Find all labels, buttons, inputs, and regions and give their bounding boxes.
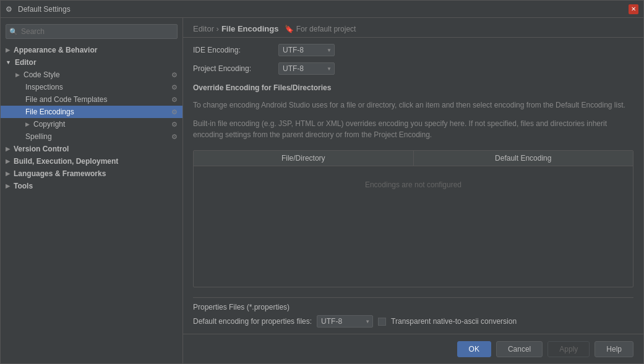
arrow-icon: ▶ bbox=[6, 183, 10, 189]
ide-encoding-dropdown-wrap: UTF-8 UTF-16 ISO-8859-1 bbox=[278, 44, 335, 56]
page-title: File Encodings bbox=[221, 24, 278, 33]
sidebar-item-spelling[interactable]: Spelling ⚙ bbox=[1, 130, 182, 143]
sidebar-item-label: File Encodings bbox=[25, 108, 74, 116]
config-icon: ⚙ bbox=[171, 133, 178, 141]
arrow-icon: ▶ bbox=[15, 72, 20, 78]
table-col-file-dir: File/Directory bbox=[194, 151, 414, 166]
sidebar-item-version-control[interactable]: ▶ Version Control bbox=[1, 143, 182, 155]
sidebar-item-code-style[interactable]: ▶ Code Style ⚙ bbox=[1, 69, 182, 81]
table-body[interactable]: Encodings are not configured bbox=[194, 166, 633, 203]
transparent-label: Transparent native-to-ascii conversion bbox=[391, 317, 517, 326]
sidebar-item-label: Editor bbox=[15, 58, 36, 67]
search-box: 🔍 bbox=[6, 24, 178, 39]
sidebar-item-label: Spelling bbox=[25, 132, 52, 141]
sidebar-item-editor[interactable]: ▼ Editor bbox=[1, 56, 182, 69]
search-input[interactable] bbox=[6, 24, 178, 39]
ide-encoding-row: IDE Encoding: UTF-8 UTF-16 ISO-8859-1 bbox=[193, 44, 633, 56]
ide-encoding-dropdown[interactable]: UTF-8 UTF-16 ISO-8859-1 bbox=[278, 44, 335, 56]
sidebar-item-label: Appearance & Behavior bbox=[14, 46, 97, 54]
arrow-icon: ▼ bbox=[6, 59, 11, 66]
arrow-icon: ▶ bbox=[6, 146, 10, 152]
project-encoding-dropdown[interactable]: UTF-8 UTF-16 ISO-8859-1 bbox=[278, 62, 335, 75]
sidebar-item-label: Tools bbox=[14, 182, 33, 190]
properties-encoding-dropdown[interactable]: UTF-8 UTF-16 ISO-8859-1 bbox=[317, 315, 373, 328]
sidebar-item-languages[interactable]: ▶ Languages & Frameworks bbox=[1, 167, 182, 180]
arrow-icon: ▶ bbox=[6, 158, 10, 164]
sidebar-item-file-encodings[interactable]: File Encodings ⚙ bbox=[1, 106, 182, 118]
transparent-checkbox[interactable] bbox=[378, 318, 386, 326]
sidebar-item-label: Version Control bbox=[14, 145, 69, 153]
sidebar-item-appearance[interactable]: ▶ Appearance & Behavior bbox=[1, 44, 182, 56]
project-badge: 🔖 For default project bbox=[285, 25, 356, 33]
sidebar-item-label: Copyright bbox=[33, 120, 65, 129]
sidebar-item-file-code-templates[interactable]: File and Code Templates ⚙ bbox=[1, 93, 182, 106]
config-icon: ⚙ bbox=[171, 96, 178, 104]
sidebar-item-label: File and Code Templates bbox=[25, 95, 108, 104]
sidebar-item-label: Inspections bbox=[25, 83, 63, 91]
search-icon: 🔍 bbox=[9, 28, 18, 36]
encodings-table: File/Directory Default Encoding Encoding… bbox=[193, 150, 633, 287]
override-info1: To change encoding Android Studio uses f… bbox=[193, 99, 633, 111]
panel-body: IDE Encoding: UTF-8 UTF-16 ISO-8859-1 Pr… bbox=[183, 38, 643, 334]
title-bar-left: ⚙ Default Settings bbox=[6, 5, 71, 14]
sidebar-item-inspections[interactable]: Inspections ⚙ bbox=[1, 81, 182, 93]
sidebar-item-copyright[interactable]: ▶ Copyright ⚙ bbox=[1, 118, 182, 130]
table-empty-message: Encodings are not configured bbox=[365, 180, 462, 189]
panel-header: Editor › File Encodings 🔖 For default pr… bbox=[183, 18, 643, 38]
sidebar-item-label: Build, Execution, Deployment bbox=[14, 157, 118, 166]
table-header: File/Directory Default Encoding bbox=[194, 151, 633, 166]
ok-button[interactable]: OK bbox=[457, 341, 491, 357]
window-title: Default Settings bbox=[18, 5, 71, 14]
title-bar: ⚙ Default Settings ✕ bbox=[1, 1, 643, 18]
window-icon: ⚙ bbox=[6, 5, 14, 14]
sidebar: 🔍 ▶ Appearance & Behavior ▼ Editor ▶ Cod… bbox=[1, 18, 183, 363]
config-icon: ⚙ bbox=[171, 71, 178, 79]
config-icon: ⚙ bbox=[171, 108, 178, 116]
apply-button[interactable]: Apply bbox=[547, 341, 590, 357]
override-section-title: Override Encoding for Files/Directories bbox=[193, 83, 633, 92]
properties-row: Default encoding for properties files: U… bbox=[193, 315, 633, 328]
table-col-default-encoding: Default Encoding bbox=[414, 151, 633, 166]
override-info2: Built-in file encoding (e.g. JSP, HTML o… bbox=[193, 118, 633, 140]
properties-encoding-label: Default encoding for properties files: bbox=[193, 317, 312, 326]
sidebar-item-label: Languages & Frameworks bbox=[14, 169, 106, 178]
window: ⚙ Default Settings ✕ 🔍 ▶ Appearance & Be… bbox=[0, 0, 644, 364]
config-icon: ⚙ bbox=[171, 83, 178, 91]
sidebar-item-label: Code Style bbox=[24, 70, 60, 79]
project-encoding-row: Project Encoding: UTF-8 UTF-16 ISO-8859-… bbox=[193, 62, 633, 75]
cancel-button[interactable]: Cancel bbox=[496, 341, 543, 357]
ide-encoding-label: IDE Encoding: bbox=[193, 46, 273, 54]
help-button[interactable]: Help bbox=[595, 341, 633, 357]
sidebar-item-build-execution[interactable]: ▶ Build, Execution, Deployment bbox=[1, 155, 182, 167]
arrow-icon: ▶ bbox=[6, 47, 10, 53]
properties-title: Properties Files (*.properties) bbox=[193, 303, 633, 311]
main-panel: Editor › File Encodings 🔖 For default pr… bbox=[183, 18, 643, 363]
content-area: 🔍 ▶ Appearance & Behavior ▼ Editor ▶ Cod… bbox=[1, 18, 643, 363]
breadcrumb-path: Editor › bbox=[193, 24, 219, 33]
project-encoding-dropdown-wrap: UTF-8 UTF-16 ISO-8859-1 bbox=[278, 62, 335, 75]
properties-encoding-dropdown-wrap: UTF-8 UTF-16 ISO-8859-1 bbox=[317, 315, 373, 328]
project-encoding-label: Project Encoding: bbox=[193, 64, 273, 73]
footer: OK Cancel Apply Help bbox=[183, 334, 643, 363]
close-button[interactable]: ✕ bbox=[629, 4, 638, 14]
properties-section: Properties Files (*.properties) Default … bbox=[193, 297, 633, 328]
arrow-icon: ▶ bbox=[6, 171, 10, 177]
sidebar-item-tools[interactable]: ▶ Tools bbox=[1, 180, 182, 192]
arrow-icon: ▶ bbox=[25, 121, 30, 127]
config-icon: ⚙ bbox=[171, 121, 178, 129]
